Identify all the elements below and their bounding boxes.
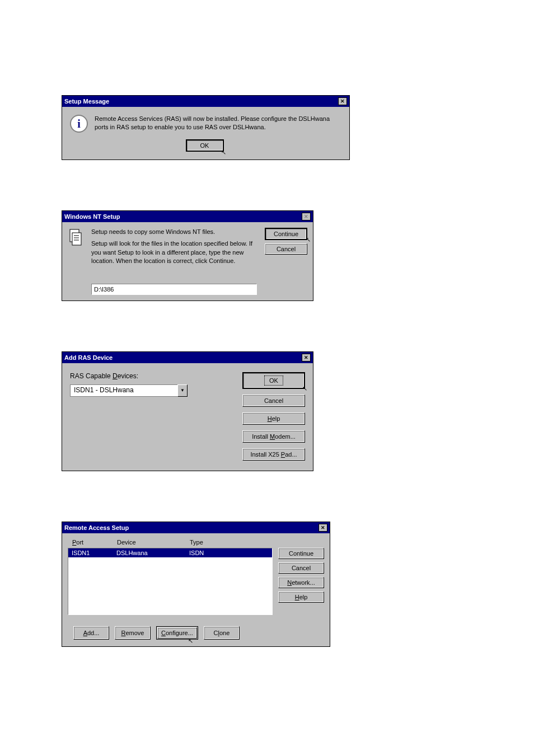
setup-icon	[68, 228, 86, 246]
row-device: DSLHwana	[116, 550, 189, 556]
network-button[interactable]: Network...	[278, 577, 324, 588]
cancel-button[interactable]: Cancel	[265, 243, 307, 255]
clone-button[interactable]: Clone	[204, 626, 240, 640]
dialog-body: i Remote Access Services (RAS) will now …	[62, 107, 349, 159]
device-listbox[interactable]: ISDN1 DSLHwana ISDN	[68, 548, 273, 615]
configure-button[interactable]: Configure...	[157, 627, 197, 638]
install-modem-button[interactable]: Install Modem...	[242, 430, 305, 443]
continue-button[interactable]: Continue ↖	[265, 228, 307, 240]
col-port-header: Port	[72, 539, 117, 546]
cancel-button[interactable]: Cancel	[242, 395, 305, 407]
cancel-button[interactable]: Cancel	[278, 562, 324, 574]
dialog-body: Port Device Type ISDN1 DSLHwana ISDN Con…	[62, 533, 330, 646]
message-line-2: Setup will look for the files in the loc…	[91, 240, 260, 265]
ok-button[interactable]: OK ↖	[186, 139, 224, 152]
dialog-title: Remote Access Setup	[64, 524, 318, 531]
chevron-down-icon[interactable]: ▼	[177, 384, 188, 397]
help-button[interactable]: Help	[242, 412, 305, 425]
col-device-header: Device	[117, 539, 190, 546]
titlebar: Add RAS Device ✕	[62, 352, 313, 363]
ok-button[interactable]: OK ↖	[242, 372, 305, 389]
dialog-title: Windows NT Setup	[64, 213, 302, 220]
list-headers: Port Device Type	[68, 538, 273, 547]
devices-label: RAS Capable Devices:	[70, 372, 235, 380]
setup-message-dialog: Setup Message ✕ i Remote Access Services…	[62, 95, 350, 160]
titlebar: Remote Access Setup ✕	[62, 522, 330, 533]
help-button[interactable]: Help	[278, 591, 324, 603]
remove-button[interactable]: Remove	[115, 626, 151, 640]
col-type-header: Type	[190, 539, 268, 546]
info-icon: i	[70, 115, 88, 133]
install-x25-pad-button[interactable]: Install X25 Pad...	[242, 448, 305, 461]
devices-selected: ISDN1 - DSLHwana	[70, 384, 177, 397]
row-type: ISDN	[189, 550, 269, 556]
close-icon[interactable]: ✕	[302, 213, 311, 220]
titlebar: Setup Message ✕	[62, 96, 349, 107]
continue-button[interactable]: Continue	[278, 548, 324, 559]
windows-nt-setup-dialog: Windows NT Setup ✕ Setup needs to copy s…	[62, 210, 313, 301]
path-input[interactable]	[91, 284, 257, 295]
dialog-body: Setup needs to copy some Windows NT file…	[62, 222, 313, 300]
message-text: Remote Access Services (RAS) will now be…	[95, 115, 339, 132]
close-icon[interactable]: ✕	[302, 354, 311, 361]
dialog-body: RAS Capable Devices: ISDN1 - DSLHwana ▼ …	[62, 363, 313, 471]
list-item[interactable]: ISDN1 DSLHwana ISDN	[68, 548, 272, 557]
close-icon[interactable]: ✕	[318, 524, 327, 532]
row-port: ISDN1	[72, 550, 116, 556]
dialog-title: Setup Message	[64, 98, 338, 105]
remote-access-setup-dialog: Remote Access Setup ✕ Port Device Type I…	[62, 522, 330, 647]
svg-rect-1	[72, 233, 81, 245]
add-ras-device-dialog: Add RAS Device ✕ RAS Capable Devices: IS…	[62, 351, 313, 471]
message-line-1: Setup needs to copy some Windows NT file…	[91, 228, 260, 236]
titlebar: Windows NT Setup ✕	[62, 211, 313, 222]
close-icon[interactable]: ✕	[338, 97, 347, 105]
dialog-title: Add RAS Device	[64, 354, 302, 361]
devices-combobox[interactable]: ISDN1 - DSLHwana ▼	[70, 384, 188, 397]
add-button[interactable]: Add...	[73, 626, 109, 640]
